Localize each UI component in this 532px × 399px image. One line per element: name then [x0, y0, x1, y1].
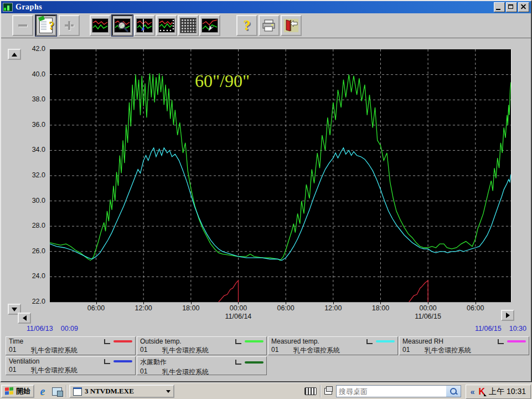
- window-title: Graphs: [16, 3, 42, 12]
- keyboard-tray-icon[interactable]: [304, 385, 317, 397]
- x-axis-tickmark: [191, 302, 192, 304]
- close-button[interactable]: [518, 2, 529, 12]
- legend-axis-corner-icon: [498, 339, 504, 344]
- x-axis-tick: 06:00: [79, 304, 114, 312]
- x-axis-tick: 18:00: [173, 304, 209, 312]
- x-axis-tickmark: [238, 302, 239, 304]
- legend-item[interactable]: Measured temp.01乳牛舍環控系統: [268, 336, 398, 355]
- legend-axis-corner-icon: [235, 360, 241, 365]
- scroll-left-button[interactable]: [18, 313, 31, 324]
- graph-pan-button[interactable]: [199, 15, 220, 36]
- chart-canvas: [50, 49, 511, 302]
- graph-values-button[interactable]: [156, 15, 177, 36]
- legend-system-name: 乳牛舍環控系統: [31, 346, 78, 355]
- window-icon: [73, 387, 82, 396]
- system-tray: « K 上午 10:31: [466, 385, 531, 399]
- arrow-left-icon: [23, 315, 27, 321]
- x-axis-tickmark: [476, 302, 476, 304]
- taskbar-divider: [320, 385, 321, 397]
- chart-magnifier-icon: [114, 18, 131, 33]
- arrow-right-icon: [506, 313, 510, 318]
- legend: Time01乳牛舍環控系統Outside temp.01乳牛舍環控系統Measu…: [6, 336, 530, 375]
- report-help-button[interactable]: ?: [35, 15, 56, 36]
- legend-series-name: Ventilation: [9, 357, 104, 365]
- legend-system-name: 乳牛舍環控系統: [162, 367, 209, 377]
- task-button-ntvdm[interactable]: 3 NTVDM.EXE: [69, 385, 174, 398]
- y-axis-tick: 38.0: [23, 95, 45, 103]
- legend-axis-corner-icon: [366, 339, 373, 344]
- minimize-button[interactable]: [494, 2, 505, 12]
- tray-expand-chevron[interactable]: «: [471, 387, 475, 396]
- chart-icon: [92, 18, 109, 33]
- y-axis-tick: 22.0: [23, 298, 45, 305]
- chart-plot-area[interactable]: [50, 49, 512, 303]
- taskbar: 開始 e 3 NTVDM.EXE « K 上午 10:31: [0, 382, 532, 399]
- graph-zoom-button[interactable]: [112, 15, 133, 36]
- graph-view-button[interactable]: [90, 15, 111, 36]
- arrow-up-icon: [12, 53, 17, 57]
- chart-cursor-icon: [136, 18, 153, 33]
- desktop-search: [336, 385, 461, 397]
- grid-icon: [180, 18, 197, 33]
- data-grid-button[interactable]: [178, 15, 199, 36]
- x-axis-tick: 00:00: [410, 304, 446, 312]
- ie-quicklaunch-icon[interactable]: e: [37, 385, 49, 397]
- legend-series-name: Measured RH: [402, 337, 498, 345]
- y-axis-tick: 26.0: [23, 247, 45, 255]
- legend-system-name: 乳牛舍環控系統: [293, 346, 340, 355]
- y-axis-tick: 42.0: [23, 45, 45, 53]
- x-axis-date: 11/06/14: [220, 313, 256, 320]
- scroll-right-button[interactable]: [501, 310, 514, 321]
- legend-series-name: 水簾動作: [140, 357, 235, 367]
- search-button[interactable]: [446, 386, 461, 397]
- help-button[interactable]: ?: [236, 15, 257, 36]
- chart-points-icon: [158, 18, 175, 33]
- x-axis-tickmark: [333, 302, 334, 304]
- chevron-down-icon: [166, 390, 171, 393]
- clock[interactable]: 上午 10:31: [489, 387, 526, 397]
- legend-item[interactable]: Ventilation01乳牛舍環控系統: [6, 356, 136, 375]
- scroll-up-button[interactable]: [8, 49, 21, 60]
- legend-system-name: 乳牛舍環控系統: [31, 366, 78, 375]
- language-bar-icon[interactable]: [322, 385, 334, 397]
- legend-item[interactable]: Measured RH01乳牛舍環控系統: [399, 336, 529, 355]
- legend-color-dash: [376, 340, 395, 342]
- search-input[interactable]: [337, 387, 446, 396]
- legend-item[interactable]: Outside temp.01乳牛舍環控系統: [137, 336, 267, 355]
- title-bar: Graphs: [1, 1, 531, 13]
- y-axis-tick: 24.0: [23, 272, 45, 280]
- legend-series-name: Measured temp.: [271, 337, 366, 345]
- zoom-out-button[interactable]: [12, 15, 33, 36]
- maximize-button[interactable]: [506, 2, 517, 12]
- x-axis-tickmark: [286, 302, 286, 304]
- x-axis-tick: 06:00: [458, 304, 493, 312]
- app-icon: [3, 3, 13, 12]
- windows-logo-icon: [5, 387, 14, 395]
- y-axis-tick: 34.0: [23, 146, 45, 154]
- zoom-in-button[interactable]: [59, 15, 80, 36]
- legend-item[interactable]: 水簾動作01乳牛舍環控系統: [137, 356, 267, 375]
- legend-series-name: Outside temp.: [140, 337, 235, 345]
- legend-channel: 01: [402, 346, 425, 355]
- minus-icon: [18, 24, 27, 27]
- range-end-datetime: 11/06/1510:30: [475, 325, 526, 332]
- legend-channel: 01: [140, 346, 162, 355]
- x-axis-tick: 06:00: [268, 304, 303, 312]
- x-axis-tickmark: [96, 302, 97, 304]
- x-axis-date: 11/06/15: [410, 313, 446, 320]
- antivirus-tray-icon[interactable]: K: [479, 387, 485, 397]
- show-desktop-icon[interactable]: [51, 385, 63, 397]
- x-axis-tick: 18:00: [363, 304, 398, 312]
- exit-door-icon: [284, 19, 298, 32]
- arrow-down-icon: [12, 308, 17, 311]
- exit-button[interactable]: [281, 15, 302, 36]
- legend-axis-corner-icon: [104, 359, 110, 364]
- legend-item[interactable]: Time01乳牛舍環控系統: [6, 336, 136, 355]
- help-icon: ?: [244, 17, 251, 34]
- graph-cursor-button[interactable]: [134, 15, 155, 36]
- legend-channel: 01: [9, 366, 31, 375]
- start-button[interactable]: 開始: [1, 385, 34, 398]
- print-button[interactable]: [259, 15, 280, 36]
- legend-system-name: 乳牛舍環控系統: [162, 346, 209, 355]
- x-axis-tickmark: [380, 302, 381, 304]
